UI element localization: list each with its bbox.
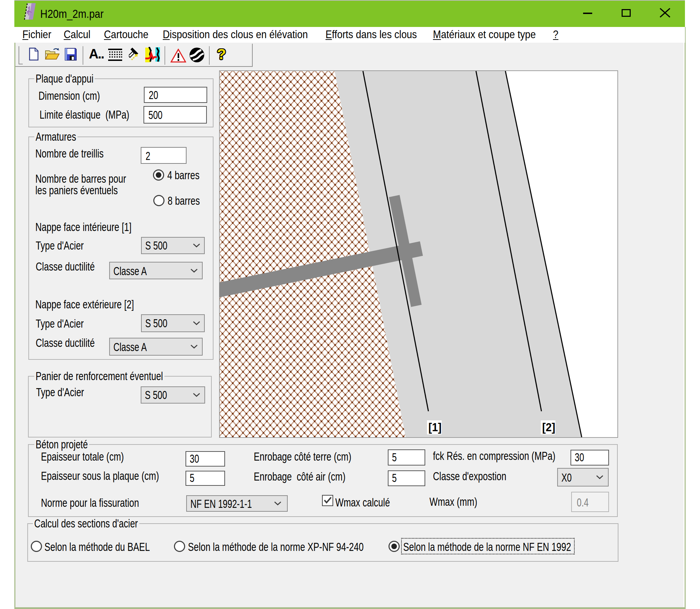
svg-text:[1]: [1] <box>428 421 441 434</box>
svg-text:[2]: [2] <box>542 421 555 434</box>
